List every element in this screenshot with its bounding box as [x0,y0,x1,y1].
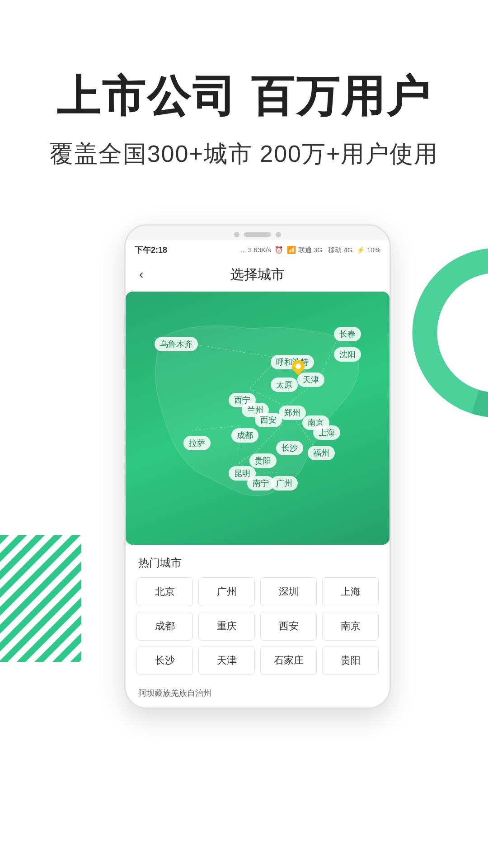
svg-point-0 [425,260,488,405]
speaker [244,232,271,237]
city-btn-深圳[interactable]: 深圳 [260,577,317,606]
city-guiyang-map[interactable]: 贵阳 [249,453,277,468]
svg-rect-4 [0,535,81,662]
map-area[interactable]: 乌鲁木齐 长春 沈阳 呼和浩特 天津 太原 西宁 兰州 西安 郑州 南京 上海 … [126,292,389,545]
city-nanning-map[interactable]: 南宁 [247,476,274,491]
hot-cities-section: 热门城市 北京广州深圳上海成都重庆西安南京长沙天津石家庄贵阳 [126,545,389,682]
phone-frame: 下午2:18 ... 3.63K/s ⏰ 📶 联通 3G 移动 4G ⚡ 10%… [124,224,391,709]
dot-right [276,232,281,237]
phone-section: 下午2:18 ... 3.63K/s ⏰ 📶 联通 3G 移动 4G ⚡ 10%… [0,197,488,709]
back-button[interactable]: ‹ [139,267,143,282]
city-btn-北京[interactable]: 北京 [136,577,193,606]
city-changchun[interactable]: 长春 [334,327,361,341]
status-info: ... 3.63K/s ⏰ 📶 联通 3G 移动 4G ⚡ 10% [240,245,380,255]
city-btn-长沙[interactable]: 长沙 [136,646,193,675]
city-btn-西安[interactable]: 西安 [260,612,317,641]
city-changsha-map[interactable]: 长沙 [276,441,303,455]
city-lasa[interactable]: 拉萨 [183,436,211,450]
city-taiyuan[interactable]: 太原 [271,377,298,392]
city-xian-map[interactable]: 西安 [255,413,282,427]
city-shenyang[interactable]: 沈阳 [334,347,361,362]
city-btn-成都[interactable]: 成都 [136,612,193,641]
bottom-location-text: 阿坝藏族羌族自治州 [126,682,389,708]
city-guangzhou-map[interactable]: 广州 [271,476,298,491]
city-btn-广州[interactable]: 广州 [198,577,255,606]
hero-section: 上市公司 百万用户 覆盖全国300+城市 200万+用户使用 [0,0,488,197]
city-zhengzhou[interactable]: 郑州 [279,406,306,420]
hero-title: 上市公司 百万用户 [36,72,452,120]
deco-circle-icon [398,242,488,423]
city-btn-南京[interactable]: 南京 [322,612,379,641]
city-grid: 北京广州深圳上海成都重庆西安南京长沙天津石家庄贵阳 [136,577,379,675]
city-chengdu-map[interactable]: 成都 [231,428,258,443]
city-fuzhou-map[interactable]: 福州 [308,446,335,460]
city-wulumuqi[interactable]: 乌鲁木齐 [155,337,198,351]
city-btn-上海[interactable]: 上海 [322,577,379,606]
city-btn-石家庄[interactable]: 石家庄 [260,646,317,675]
map-pin [292,360,305,376]
status-bar: 下午2:18 ... 3.63K/s ⏰ 📶 联通 3G 移动 4G ⚡ 10% [126,240,389,258]
status-time: 下午2:18 [135,245,167,255]
hero-subtitle: 覆盖全国300+城市 200万+用户使用 [36,138,452,170]
stripe-decoration [0,535,81,664]
city-btn-贵阳[interactable]: 贵阳 [322,646,379,675]
nav-title: 选择城市 [230,265,285,284]
dot-left [234,232,239,237]
city-btn-重庆[interactable]: 重庆 [198,612,255,641]
phone-nav: ‹ 选择城市 [126,258,389,292]
city-btn-天津[interactable]: 天津 [198,646,255,675]
city-shanghai-map[interactable]: 上海 [313,425,340,440]
hot-cities-title: 热门城市 [136,556,379,570]
phone-top-dots [126,226,389,240]
